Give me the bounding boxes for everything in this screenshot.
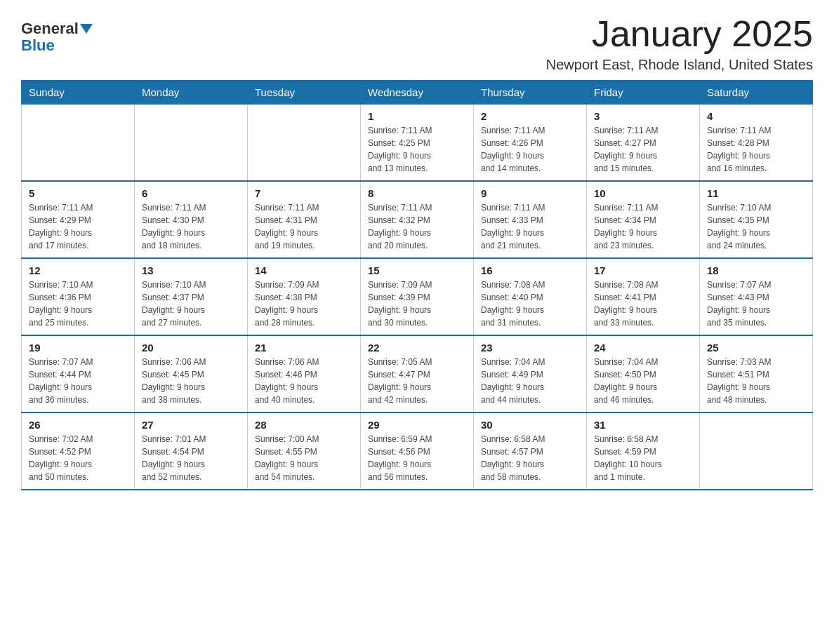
day-number: 15 bbox=[368, 264, 466, 276]
day-number: 8 bbox=[368, 187, 466, 199]
day-info: Sunrise: 7:11 AM Sunset: 4:26 PM Dayligh… bbox=[481, 124, 579, 175]
calendar-cell: 24Sunrise: 7:04 AM Sunset: 4:50 PM Dayli… bbox=[587, 335, 700, 412]
title-area: January 2025 Newport East, Rhode Island,… bbox=[546, 14, 813, 73]
calendar-cell: 26Sunrise: 7:02 AM Sunset: 4:52 PM Dayli… bbox=[22, 412, 135, 490]
day-number: 22 bbox=[368, 342, 466, 354]
day-number: 23 bbox=[481, 342, 579, 354]
calendar-cell: 8Sunrise: 7:11 AM Sunset: 4:32 PM Daylig… bbox=[361, 181, 474, 258]
day-number: 3 bbox=[594, 110, 692, 122]
day-info: Sunrise: 7:02 AM Sunset: 4:52 PM Dayligh… bbox=[29, 433, 127, 483]
day-info: Sunrise: 7:10 AM Sunset: 4:37 PM Dayligh… bbox=[142, 279, 240, 329]
day-info: Sunrise: 7:08 AM Sunset: 4:40 PM Dayligh… bbox=[481, 279, 579, 329]
day-number: 13 bbox=[142, 264, 240, 276]
calendar-cell: 20Sunrise: 7:06 AM Sunset: 4:45 PM Dayli… bbox=[135, 335, 248, 412]
day-info: Sunrise: 7:00 AM Sunset: 4:55 PM Dayligh… bbox=[255, 433, 353, 483]
day-info: Sunrise: 7:07 AM Sunset: 4:43 PM Dayligh… bbox=[707, 279, 805, 329]
calendar-cell: 9Sunrise: 7:11 AM Sunset: 4:33 PM Daylig… bbox=[474, 181, 587, 258]
day-number: 27 bbox=[142, 419, 240, 431]
day-number: 9 bbox=[481, 187, 579, 199]
day-info: Sunrise: 7:09 AM Sunset: 4:39 PM Dayligh… bbox=[368, 279, 466, 329]
day-info: Sunrise: 6:58 AM Sunset: 4:57 PM Dayligh… bbox=[481, 433, 579, 483]
day-info: Sunrise: 7:11 AM Sunset: 4:27 PM Dayligh… bbox=[594, 124, 692, 175]
calendar-cell: 14Sunrise: 7:09 AM Sunset: 4:38 PM Dayli… bbox=[248, 258, 361, 335]
calendar-cell bbox=[700, 412, 813, 490]
calendar-cell: 31Sunrise: 6:58 AM Sunset: 4:59 PM Dayli… bbox=[587, 412, 700, 490]
day-info: Sunrise: 7:10 AM Sunset: 4:35 PM Dayligh… bbox=[707, 201, 805, 252]
logo-text-general: General bbox=[21, 21, 79, 36]
calendar-cell: 10Sunrise: 7:11 AM Sunset: 4:34 PM Dayli… bbox=[587, 181, 700, 258]
day-number: 31 bbox=[594, 419, 692, 431]
day-number: 30 bbox=[481, 419, 579, 431]
calendar-cell: 7Sunrise: 7:11 AM Sunset: 4:31 PM Daylig… bbox=[248, 181, 361, 258]
day-number: 20 bbox=[142, 342, 240, 354]
calendar-week-row: 1Sunrise: 7:11 AM Sunset: 4:25 PM Daylig… bbox=[22, 105, 813, 182]
calendar-header-row: SundayMondayTuesdayWednesdayThursdayFrid… bbox=[22, 81, 813, 105]
calendar-cell bbox=[248, 105, 361, 182]
day-info: Sunrise: 7:09 AM Sunset: 4:38 PM Dayligh… bbox=[255, 279, 353, 329]
calendar-week-row: 19Sunrise: 7:07 AM Sunset: 4:44 PM Dayli… bbox=[22, 335, 813, 412]
calendar-cell: 21Sunrise: 7:06 AM Sunset: 4:46 PM Dayli… bbox=[248, 335, 361, 412]
day-number: 28 bbox=[255, 419, 353, 431]
day-info: Sunrise: 7:06 AM Sunset: 4:46 PM Dayligh… bbox=[255, 356, 353, 406]
day-info: Sunrise: 7:11 AM Sunset: 4:33 PM Dayligh… bbox=[481, 201, 579, 252]
calendar-week-row: 5Sunrise: 7:11 AM Sunset: 4:29 PM Daylig… bbox=[22, 181, 813, 258]
calendar-cell bbox=[135, 105, 248, 182]
day-number: 10 bbox=[594, 187, 692, 199]
day-number: 26 bbox=[29, 419, 127, 431]
day-number: 1 bbox=[368, 110, 466, 122]
calendar-cell: 13Sunrise: 7:10 AM Sunset: 4:37 PM Dayli… bbox=[135, 258, 248, 335]
calendar-title: January 2025 bbox=[546, 14, 813, 54]
calendar-cell: 4Sunrise: 7:11 AM Sunset: 4:28 PM Daylig… bbox=[700, 105, 813, 182]
calendar-cell: 6Sunrise: 7:11 AM Sunset: 4:30 PM Daylig… bbox=[135, 181, 248, 258]
day-number: 11 bbox=[707, 187, 805, 199]
day-info: Sunrise: 7:11 AM Sunset: 4:30 PM Dayligh… bbox=[142, 201, 240, 252]
calendar-cell: 1Sunrise: 7:11 AM Sunset: 4:25 PM Daylig… bbox=[361, 105, 474, 182]
calendar-cell: 28Sunrise: 7:00 AM Sunset: 4:55 PM Dayli… bbox=[248, 412, 361, 490]
day-info: Sunrise: 7:11 AM Sunset: 4:25 PM Dayligh… bbox=[368, 124, 466, 175]
calendar-cell: 16Sunrise: 7:08 AM Sunset: 4:40 PM Dayli… bbox=[474, 258, 587, 335]
day-number: 14 bbox=[255, 264, 353, 276]
calendar-cell: 23Sunrise: 7:04 AM Sunset: 4:49 PM Dayli… bbox=[474, 335, 587, 412]
day-number: 4 bbox=[707, 110, 805, 122]
calendar-subtitle: Newport East, Rhode Island, United State… bbox=[546, 57, 813, 73]
day-info: Sunrise: 7:11 AM Sunset: 4:34 PM Dayligh… bbox=[594, 201, 692, 252]
calendar-cell: 12Sunrise: 7:10 AM Sunset: 4:36 PM Dayli… bbox=[22, 258, 135, 335]
calendar-header-wednesday: Wednesday bbox=[361, 81, 474, 105]
day-info: Sunrise: 7:11 AM Sunset: 4:32 PM Dayligh… bbox=[368, 201, 466, 252]
day-info: Sunrise: 7:03 AM Sunset: 4:51 PM Dayligh… bbox=[707, 356, 805, 406]
page-header: General Blue January 2025 Newport East, … bbox=[21, 14, 813, 73]
day-info: Sunrise: 7:06 AM Sunset: 4:45 PM Dayligh… bbox=[142, 356, 240, 406]
day-info: Sunrise: 7:08 AM Sunset: 4:41 PM Dayligh… bbox=[594, 279, 692, 329]
day-number: 21 bbox=[255, 342, 353, 354]
day-info: Sunrise: 7:10 AM Sunset: 4:36 PM Dayligh… bbox=[29, 279, 127, 329]
day-number: 17 bbox=[594, 264, 692, 276]
day-info: Sunrise: 7:11 AM Sunset: 4:31 PM Dayligh… bbox=[255, 201, 353, 252]
calendar-cell bbox=[22, 105, 135, 182]
calendar-table: SundayMondayTuesdayWednesdayThursdayFrid… bbox=[21, 80, 813, 490]
day-number: 5 bbox=[29, 187, 127, 199]
calendar-cell: 11Sunrise: 7:10 AM Sunset: 4:35 PM Dayli… bbox=[700, 181, 813, 258]
day-number: 29 bbox=[368, 419, 466, 431]
calendar-cell: 25Sunrise: 7:03 AM Sunset: 4:51 PM Dayli… bbox=[700, 335, 813, 412]
day-number: 25 bbox=[707, 342, 805, 354]
calendar-cell: 15Sunrise: 7:09 AM Sunset: 4:39 PM Dayli… bbox=[361, 258, 474, 335]
day-number: 6 bbox=[142, 187, 240, 199]
calendar-header-tuesday: Tuesday bbox=[248, 81, 361, 105]
day-info: Sunrise: 7:05 AM Sunset: 4:47 PM Dayligh… bbox=[368, 356, 466, 406]
calendar-week-row: 26Sunrise: 7:02 AM Sunset: 4:52 PM Dayli… bbox=[22, 412, 813, 490]
calendar-cell: 5Sunrise: 7:11 AM Sunset: 4:29 PM Daylig… bbox=[22, 181, 135, 258]
calendar-cell: 30Sunrise: 6:58 AM Sunset: 4:57 PM Dayli… bbox=[474, 412, 587, 490]
day-info: Sunrise: 7:11 AM Sunset: 4:28 PM Dayligh… bbox=[707, 124, 805, 175]
calendar-week-row: 12Sunrise: 7:10 AM Sunset: 4:36 PM Dayli… bbox=[22, 258, 813, 335]
calendar-cell: 19Sunrise: 7:07 AM Sunset: 4:44 PM Dayli… bbox=[22, 335, 135, 412]
day-number: 7 bbox=[255, 187, 353, 199]
day-number: 18 bbox=[707, 264, 805, 276]
day-number: 19 bbox=[29, 342, 127, 354]
day-info: Sunrise: 7:11 AM Sunset: 4:29 PM Dayligh… bbox=[29, 201, 127, 252]
day-info: Sunrise: 7:04 AM Sunset: 4:49 PM Dayligh… bbox=[481, 356, 579, 406]
day-number: 24 bbox=[594, 342, 692, 354]
calendar-cell: 27Sunrise: 7:01 AM Sunset: 4:54 PM Dayli… bbox=[135, 412, 248, 490]
calendar-header-saturday: Saturday bbox=[700, 81, 813, 105]
calendar-cell: 18Sunrise: 7:07 AM Sunset: 4:43 PM Dayli… bbox=[700, 258, 813, 335]
day-number: 16 bbox=[481, 264, 579, 276]
